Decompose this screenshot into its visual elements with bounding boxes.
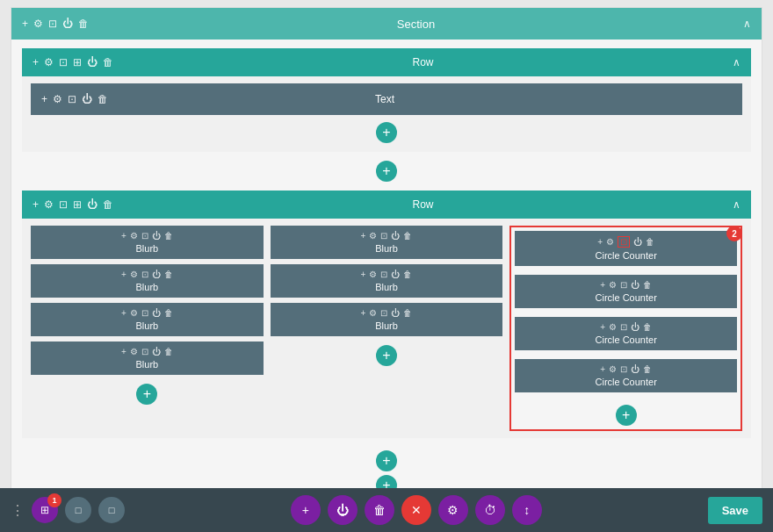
add-row-btn[interactable]: + xyxy=(376,161,397,182)
delete-row1-icon[interactable]: 🗑 xyxy=(103,56,113,68)
copy-icon[interactable]: ⊡ xyxy=(380,231,387,241)
col3-add-btn[interactable]: + xyxy=(616,405,637,426)
trash-icon[interactable]: 🗑 xyxy=(643,364,652,374)
blurb-1-1[interactable]: + ⚙ ⊡ ⏻ 🗑 Blurb xyxy=(31,226,264,259)
add-module-btn-row1[interactable]: + xyxy=(376,122,397,143)
col2-add-btn[interactable]: + xyxy=(376,345,397,366)
gear-icon[interactable]: ⚙ xyxy=(369,231,377,241)
trash-icon[interactable]: 🗑 xyxy=(646,237,654,247)
add-icon[interactable]: + xyxy=(121,347,126,356)
power-icon[interactable]: ⏻ xyxy=(633,237,642,247)
copy-icon[interactable]: ⊡ xyxy=(618,236,630,248)
copy-icon[interactable]: ⊡ xyxy=(620,280,627,290)
copy-icon[interactable]: ⊡ xyxy=(620,364,627,374)
gear-icon[interactable]: ⚙ xyxy=(130,308,138,318)
history-toolbar-btn[interactable]: ⏱ xyxy=(475,495,505,525)
power-icon[interactable]: ⏻ xyxy=(391,308,400,318)
add-icon[interactable]: + xyxy=(600,364,605,374)
add-icon[interactable]: + xyxy=(600,280,605,290)
row1-header[interactable]: + ⚙ ⊡ ⊞ ⏻ 🗑 Row ∧ xyxy=(22,48,751,76)
trash-icon[interactable]: 🗑 xyxy=(164,270,173,279)
trash-icon[interactable]: 🗑 xyxy=(164,347,173,356)
power-text-icon[interactable]: ⏻ xyxy=(82,93,92,105)
add-icon[interactable]: + xyxy=(121,231,126,241)
add-icon[interactable]: + xyxy=(121,308,126,318)
copy-row1-icon[interactable]: ⊡ xyxy=(59,56,68,68)
settings-section-icon[interactable]: ⚙ xyxy=(33,18,43,30)
tablet-view-btn[interactable]: □ xyxy=(65,497,91,523)
power-icon[interactable]: ⏻ xyxy=(152,270,161,279)
add-icon[interactable]: + xyxy=(597,237,603,247)
menu-icon[interactable]: ⋮ xyxy=(11,502,25,519)
add-icon[interactable]: + xyxy=(361,231,366,241)
trash-icon[interactable]: 🗑 xyxy=(164,308,173,318)
blurb-2-1[interactable]: + ⚙ ⊡ ⏻ 🗑 Blurb xyxy=(271,226,503,259)
blurb-1-3[interactable]: + ⚙ ⊡ ⏻ 🗑 Blurb xyxy=(31,303,264,336)
power-icon[interactable]: ⏻ xyxy=(152,231,161,241)
add-icon[interactable]: + xyxy=(121,270,126,279)
gear-icon[interactable]: ⚙ xyxy=(130,231,138,241)
delete-section-icon[interactable]: 🗑 xyxy=(78,18,89,30)
close-toolbar-btn[interactable]: ✕ xyxy=(401,495,431,525)
save-button[interactable]: Save xyxy=(708,497,762,524)
circle-counter-3-3[interactable]: + ⚙ ⊡ ⏻ 🗑 Circle Counter xyxy=(515,317,737,350)
trash-icon[interactable]: 🗑 xyxy=(643,280,652,290)
mobile-view-btn[interactable]: □ xyxy=(98,497,125,523)
power-section-icon[interactable]: ⏻ xyxy=(62,18,73,30)
power-icon[interactable]: ⏻ xyxy=(152,347,161,356)
copy-section-icon[interactable]: ⊡ xyxy=(48,18,57,30)
power-icon[interactable]: ⏻ xyxy=(391,270,400,279)
circle-counter-3-4[interactable]: + ⚙ ⊡ ⏻ 🗑 Circle Counter xyxy=(515,359,737,392)
copy-icon[interactable]: ⊡ xyxy=(141,308,148,318)
circle-counter-3-1[interactable]: + ⚙ ⊡ ⏻ 🗑 Circle Counter 2 xyxy=(515,231,737,266)
text-module[interactable]: + ⚙ ⊡ ⏻ 🗑 Text xyxy=(31,83,742,115)
section-header[interactable]: + ⚙ ⊡ ⏻ 🗑 Section ∧ xyxy=(11,8,762,40)
delete-row2-icon[interactable]: 🗑 xyxy=(103,198,113,211)
trash-icon[interactable]: 🗑 xyxy=(403,231,412,241)
settings-row1-icon[interactable]: ⚙ xyxy=(44,56,54,68)
add-icon[interactable]: + xyxy=(361,270,366,279)
copy-icon[interactable]: ⊡ xyxy=(141,231,148,241)
trash-icon[interactable]: 🗑 xyxy=(403,270,412,279)
trash-icon[interactable]: 🗑 xyxy=(643,322,652,332)
add-text-icon[interactable]: + xyxy=(41,93,47,105)
gear-icon[interactable]: ⚙ xyxy=(609,280,617,290)
copy-icon[interactable]: ⊡ xyxy=(620,322,627,332)
blurb-1-4[interactable]: + ⚙ ⊡ ⏻ 🗑 Blurb xyxy=(31,341,264,375)
settings-toolbar-btn[interactable]: ⚙ xyxy=(438,495,468,525)
col1-add-btn[interactable]: + xyxy=(136,384,157,405)
copy-icon[interactable]: ⊡ xyxy=(380,308,387,318)
power-toolbar-btn[interactable]: ⏻ xyxy=(328,495,358,525)
row2-header[interactable]: + ⚙ ⊡ ⊞ ⏻ 🗑 Row ∧ xyxy=(22,191,751,219)
gear-icon[interactable]: ⚙ xyxy=(609,364,617,374)
collapse-section-icon[interactable]: ∧ xyxy=(743,18,751,30)
blurb-1-2[interactable]: + ⚙ ⊡ ⏻ 🗑 Blurb xyxy=(31,264,264,298)
cols-row1-icon[interactable]: ⊞ xyxy=(73,56,82,68)
power-icon[interactable]: ⏻ xyxy=(631,280,639,290)
add-section-icon[interactable]: + xyxy=(22,18,28,30)
add-row-section-btn-1[interactable]: + xyxy=(376,450,397,471)
settings-text-icon[interactable]: ⚙ xyxy=(53,93,62,105)
gear-icon[interactable]: ⚙ xyxy=(609,322,617,332)
copy-icon[interactable]: ⊡ xyxy=(141,347,148,356)
power-icon[interactable]: ⏻ xyxy=(152,308,161,318)
gear-icon[interactable]: ⚙ xyxy=(369,270,377,279)
delete-toolbar-btn[interactable]: 🗑 xyxy=(365,495,394,525)
power-row2-icon[interactable]: ⏻ xyxy=(87,198,98,211)
power-icon[interactable]: ⏻ xyxy=(391,231,400,241)
power-icon[interactable]: ⏻ xyxy=(631,322,639,332)
copy-icon[interactable]: ⊡ xyxy=(141,270,148,279)
add-row1-icon[interactable]: + xyxy=(33,56,39,68)
trash-icon[interactable]: 🗑 xyxy=(164,231,173,241)
gear-icon[interactable]: ⚙ xyxy=(369,308,377,318)
collapse-row1-icon[interactable]: ∧ xyxy=(733,56,740,68)
power-row1-icon[interactable]: ⏻ xyxy=(87,56,98,68)
copy-icon[interactable]: ⊡ xyxy=(380,270,387,279)
blurb-2-2[interactable]: + ⚙ ⊡ ⏻ 🗑 Blurb xyxy=(271,264,503,298)
add-icon[interactable]: + xyxy=(600,322,605,332)
blurb-2-3[interactable]: + ⚙ ⊡ ⏻ 🗑 Blurb xyxy=(271,303,503,336)
add-row2-icon[interactable]: + xyxy=(33,198,39,211)
copy-row2-icon[interactable]: ⊡ xyxy=(59,198,68,211)
power-icon[interactable]: ⏻ xyxy=(631,364,639,374)
add-icon[interactable]: + xyxy=(361,308,366,318)
